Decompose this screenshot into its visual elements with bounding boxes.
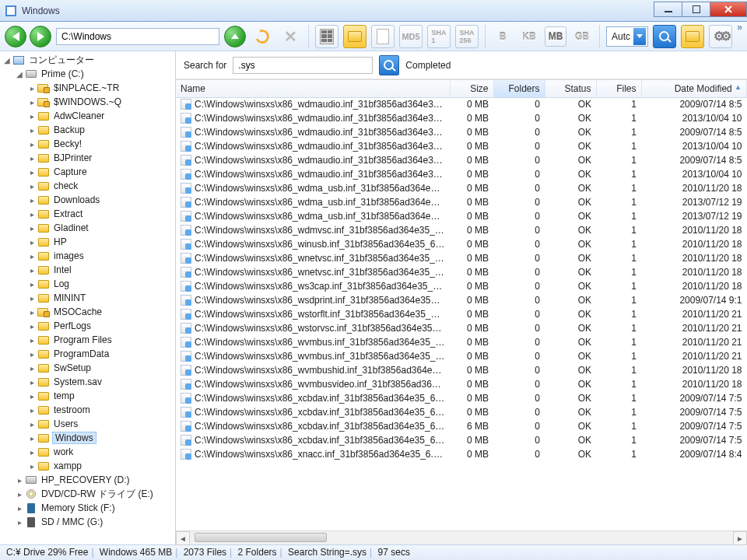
tree-folder[interactable]: ▸Intel: [0, 263, 175, 277]
table-row[interactable]: C:\Windows\winsxs\x86_wvmbusvideo.inf_31…: [176, 377, 747, 391]
tree-twisty[interactable]: ▸: [26, 154, 37, 163]
tree-twisty[interactable]: ▸: [26, 420, 37, 429]
table-row[interactable]: C:\Windows\winsxs\x86_wstorflt.inf_31bf3…: [176, 307, 747, 321]
nav-back-button[interactable]: [5, 26, 26, 47]
col-name[interactable]: Name: [176, 80, 450, 97]
col-status[interactable]: Status: [545, 80, 596, 97]
new-file-button[interactable]: [371, 25, 395, 48]
table-row[interactable]: C:\Windows\winsxs\x86_wdma_usb.inf_31bf3…: [176, 209, 747, 223]
col-size[interactable]: Size: [450, 80, 493, 97]
tree-folder[interactable]: ▸MSOCache: [0, 305, 175, 319]
tree-folder[interactable]: ▸MININT: [0, 291, 175, 305]
toolbar-overflow-button[interactable]: »: [737, 22, 742, 33]
table-row[interactable]: C:\Windows\winsxs\x86_wnetvsc.inf_31bf38…: [176, 265, 747, 279]
tree-twisty[interactable]: ▸: [26, 182, 37, 191]
tree-twisty[interactable]: ◢: [14, 70, 25, 79]
search-go-button[interactable]: [379, 55, 399, 75]
scroll-left-button[interactable]: ◄: [176, 531, 190, 545]
unit-gb-button[interactable]: GB: [571, 26, 593, 47]
tree-twisty[interactable]: ▸: [26, 126, 37, 135]
tree-folder[interactable]: ▸images: [0, 249, 175, 263]
table-row[interactable]: C:\Windows\winsxs\x86_xnacc.inf_31bf3856…: [176, 447, 747, 461]
tree-folder[interactable]: ▸xampp: [0, 459, 175, 473]
tree-folder[interactable]: ▸Program Files: [0, 333, 175, 347]
table-row[interactable]: C:\Windows\winsxs\x86_winusb.inf_31bf385…: [176, 237, 747, 251]
address-input[interactable]: [56, 28, 219, 45]
tree-folder[interactable]: ▸testroom: [0, 403, 175, 417]
folder-tree[interactable]: ◢コンピューター◢Prime (C:)▸$INPLACE.~TR▸$WINDOW…: [0, 51, 176, 544]
table-row[interactable]: C:\Windows\winsxs\x86_wdmaudio.inf_31bf3…: [176, 167, 747, 181]
tree-twisty[interactable]: ▸: [26, 294, 37, 303]
col-folders[interactable]: Folders: [493, 80, 545, 97]
tree-twisty[interactable]: ▸: [26, 336, 37, 345]
tree-folder[interactable]: ▸System.sav: [0, 375, 175, 389]
tree-folder[interactable]: ▸ProgramData: [0, 347, 175, 361]
nav-forward-button[interactable]: [30, 26, 51, 47]
tree-drive[interactable]: ▸DVD/CD-RW ドライブ (E:): [0, 487, 175, 501]
tree-twisty[interactable]: ▸: [14, 490, 25, 499]
table-row[interactable]: C:\Windows\winsxs\x86_wdmvsc.inf_31bf385…: [176, 223, 747, 237]
tree-twisty[interactable]: ▸: [14, 504, 25, 513]
hash-md5-button[interactable]: MD5: [399, 25, 423, 48]
close-button[interactable]: [710, 2, 747, 17]
tree-folder[interactable]: ▸BJPrinter: [0, 151, 175, 165]
tree-twisty[interactable]: ▸: [26, 308, 37, 317]
tree-folder[interactable]: ▸check: [0, 179, 175, 193]
table-row[interactable]: C:\Windows\winsxs\x86_wdma_usb.inf_31bf3…: [176, 195, 747, 209]
search-input[interactable]: [233, 57, 373, 74]
table-row[interactable]: C:\Windows\winsxs\x86_wvmbus.inf_31bf385…: [176, 349, 747, 363]
tree-twisty[interactable]: ▸: [26, 350, 37, 359]
tree-twisty[interactable]: ▸: [26, 210, 37, 219]
tree-twisty[interactable]: ▸: [26, 378, 37, 387]
tree-twisty[interactable]: ▸: [26, 448, 37, 457]
tree-twisty[interactable]: ▸: [26, 98, 37, 107]
unit-kb-button[interactable]: KB: [518, 26, 540, 47]
tree-twisty[interactable]: ▸: [26, 364, 37, 373]
tree-twisty[interactable]: ▸: [26, 84, 37, 93]
tree-folder[interactable]: ▸Becky!: [0, 137, 175, 151]
tree-twisty[interactable]: ▸: [26, 280, 37, 289]
tree-drive[interactable]: ▸HP_RECOVERY (D:): [0, 473, 175, 487]
tree-folder[interactable]: ▸$WINDOWS.~Q: [0, 95, 175, 109]
settings-button[interactable]: ⚙⚙: [709, 25, 732, 48]
tree-folder[interactable]: ▸temp: [0, 389, 175, 403]
table-row[interactable]: C:\Windows\winsxs\x86_xcbdav.inf_31bf385…: [176, 433, 747, 447]
tree-root-computer[interactable]: ◢コンピューター: [0, 53, 175, 67]
table-row[interactable]: C:\Windows\winsxs\x86_wdmaudio.inf_31bf3…: [176, 153, 747, 167]
tree-twisty[interactable]: ▸: [26, 140, 37, 149]
scroll-thumb[interactable]: [195, 533, 327, 542]
horizontal-scrollbar[interactable]: ◄ ►: [176, 530, 747, 544]
tree-twisty[interactable]: ◢: [2, 56, 12, 65]
refresh-button[interactable]: [251, 25, 274, 48]
table-row[interactable]: C:\Windows\winsxs\x86_wsdprint.inf_31bf3…: [176, 293, 747, 307]
table-row[interactable]: C:\Windows\winsxs\x86_ws3cap.inf_31bf385…: [176, 279, 747, 293]
tree-twisty[interactable]: ▸: [26, 112, 37, 121]
table-row[interactable]: C:\Windows\winsxs\x86_xcbdav.inf_31bf385…: [176, 419, 747, 433]
table-row[interactable]: C:\Windows\winsxs\x86_xcbdav.inf_31bf385…: [176, 391, 747, 405]
maximize-button[interactable]: [682, 2, 710, 17]
tree-folder[interactable]: ▸Capture: [0, 165, 175, 179]
scroll-right-button[interactable]: ►: [733, 531, 747, 545]
tree-folder[interactable]: ▸Windows: [0, 431, 175, 445]
tree-folder[interactable]: ▸AdwCleaner: [0, 109, 175, 123]
tree-folder[interactable]: ▸HP: [0, 235, 175, 249]
unit-mb-button[interactable]: MB: [545, 26, 566, 47]
minimize-button[interactable]: [654, 2, 682, 17]
tree-folder[interactable]: ▸work: [0, 445, 175, 459]
table-row[interactable]: C:\Windows\winsxs\x86_wvmbushid.inf_31bf…: [176, 363, 747, 377]
table-row[interactable]: C:\Windows\winsxs\x86_wdmaudio.inf_31bf3…: [176, 111, 747, 125]
hash-sha1-button[interactable]: SHA 1: [427, 25, 451, 48]
tree-folder[interactable]: ▸SwSetup: [0, 361, 175, 375]
hash-sha256-button[interactable]: SHA 256: [455, 25, 479, 48]
table-row[interactable]: C:\Windows\winsxs\x86_wdmaudio.inf_31bf3…: [176, 139, 747, 153]
tree-twisty[interactable]: ▸: [26, 462, 37, 471]
open-folder-button[interactable]: [681, 25, 704, 48]
tree-folder[interactable]: ▸PerfLogs: [0, 319, 175, 333]
table-row[interactable]: C:\Windows\winsxs\x86_wdmaudio.inf_31bf3…: [176, 125, 747, 139]
tree-twisty[interactable]: ▸: [26, 252, 37, 261]
tree-twisty[interactable]: ▸: [14, 518, 25, 527]
tree-drive[interactable]: ▸Memory Stick (F:): [0, 501, 175, 515]
tree-folder[interactable]: ▸Log: [0, 277, 175, 291]
tree-twisty[interactable]: ▸: [26, 434, 37, 443]
tree-twisty[interactable]: ▸: [26, 238, 37, 247]
